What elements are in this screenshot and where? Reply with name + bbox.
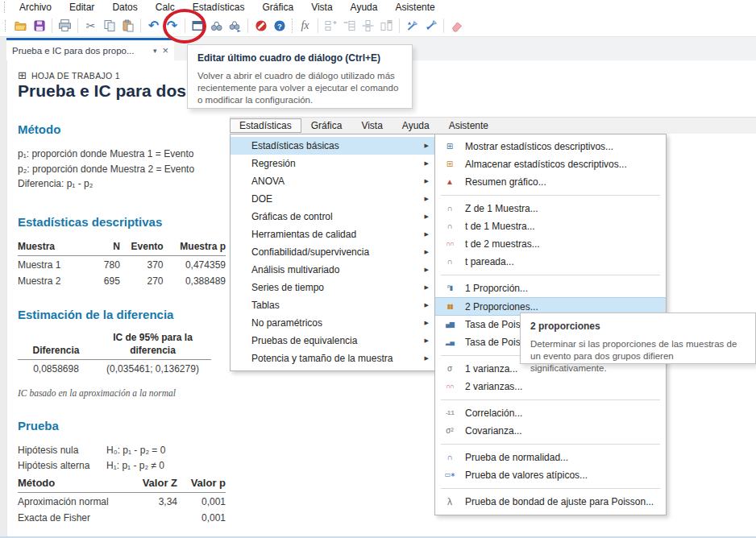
submenu-item-t-pareada[interactable]: ∩t pareada... xyxy=(435,253,666,271)
submenu-arrow-icon: ▶ xyxy=(425,213,429,220)
format-brush-up-button[interactable] xyxy=(403,16,422,35)
scissors-icon: ✂ xyxy=(86,20,96,31)
overlay-menu-asistente[interactable]: Asistente xyxy=(439,118,498,133)
dropdown-item-regresion[interactable]: Regresión▶ xyxy=(231,155,434,172)
delete-cells-button[interactable] xyxy=(340,16,359,35)
cell: 370 xyxy=(120,256,164,273)
submenu-item-mostrar-descriptivos[interactable]: ⊞Mostrar estadísticos descriptivos... xyxy=(435,138,666,155)
overlay-menu-vista[interactable]: Vista xyxy=(351,118,392,133)
menu-ayuda[interactable]: Ayuda xyxy=(342,1,387,14)
delete-cells-icon xyxy=(343,19,356,32)
menu-asistente[interactable]: Asistente xyxy=(386,1,443,14)
chevron-down-icon[interactable]: ▾ xyxy=(153,47,157,55)
submenu-item-1-proporcion[interactable]: ᴾ▮1 Proporción... xyxy=(435,279,666,297)
submenu-item-label: Resumen gráfico... xyxy=(465,176,546,188)
section-prueba: Prueba Hipótesis nula H₀: p₁ - p₂ = 0 Hi… xyxy=(18,419,232,525)
cell: 0,388489 xyxy=(164,272,226,288)
menu-datos[interactable]: Datos xyxy=(103,1,146,14)
menu-archivo[interactable]: Archivo xyxy=(10,1,60,14)
dropdown-item-series-tiempo[interactable]: Series de tiempo▶ xyxy=(231,279,434,296)
dropdown-item-tablas[interactable]: Tablas▶ xyxy=(231,296,434,314)
submenu-item-z-1-muestra[interactable]: ∩Z de 1 Muestra... xyxy=(435,200,666,217)
printer-icon xyxy=(58,19,72,32)
submenu-item-almacenar-descriptivos[interactable]: ⊞Almacenar estadísticos descriptivos... xyxy=(435,155,666,173)
submenu-item-2-varianzas[interactable]: ∩∩2 varianzas... xyxy=(435,378,666,395)
dropdown-item-anova[interactable]: ANOVA▶ xyxy=(231,172,434,190)
method-line: p₁: proporción donde Muestra 1 = Evento xyxy=(18,147,232,162)
section-heading: Método xyxy=(18,122,232,136)
dropdown-item-potencia-tamano[interactable]: Potencia y tamaño de la muestra▶ xyxy=(231,350,434,367)
insert-cells-button[interactable] xyxy=(322,16,340,35)
dropdown-item-confiabilidad[interactable]: Confiabilidad/supervivencia▶ xyxy=(231,243,434,261)
hypothesis-label: Hipótesis nula xyxy=(18,443,106,458)
edit-last-dialog-button[interactable] xyxy=(189,16,207,35)
insert-columns-button[interactable] xyxy=(377,16,396,35)
submenu-item-valores-atipicos[interactable]: ▭∗Prueba de valores atípicos... xyxy=(435,466,666,484)
toolbar: ✂ ↶ ↷ ? fx xyxy=(0,14,756,37)
menu-separator xyxy=(441,195,660,196)
save-button[interactable] xyxy=(30,16,48,35)
copy-button[interactable] xyxy=(100,16,118,35)
dropdown-item-graficas-control[interactable]: Gráficas de control▶ xyxy=(231,208,434,226)
insert-function-button[interactable]: fx xyxy=(296,16,314,35)
submenu-item-label: Z de 1 Muestra... xyxy=(465,203,538,214)
submenu-item-bondad-ajuste-poisson[interactable]: λPrueba de bondad de ajuste para Poisson… xyxy=(435,493,666,511)
estimation-table: IC de 95% para la Diferencia diferencia … xyxy=(18,332,211,376)
dropdown-item-no-parametricos[interactable]: No paramétricos▶ xyxy=(231,314,434,332)
undo-arrow-icon: ↶ xyxy=(148,19,159,32)
binoculars-icon xyxy=(210,19,223,32)
print-button[interactable] xyxy=(56,16,74,35)
window-left-edge xyxy=(0,37,6,538)
overlay-menu-grafica[interactable]: Gráfica xyxy=(301,118,352,133)
toolbar-separator xyxy=(140,19,141,33)
submenu-item-label: t de 2 muestras... xyxy=(465,238,540,250)
eraser-button[interactable] xyxy=(447,16,466,35)
cut-button[interactable]: ✂ xyxy=(81,16,100,35)
menu-vista[interactable]: Vista xyxy=(302,1,341,14)
method-line: p₂: proporción donde Muestra 2 = Evento xyxy=(18,162,232,177)
section-heading: Prueba xyxy=(18,419,232,432)
dropdown-item-herramientas-calidad[interactable]: Herramientas de calidad▶ xyxy=(231,226,434,243)
submenu-arrow-icon: ▶ xyxy=(425,196,429,202)
menu-editar[interactable]: Editar xyxy=(60,1,103,14)
dropdown-item-analisis-multivariado[interactable]: Análisis multivariado▶ xyxy=(231,261,434,279)
format-brush-down-button[interactable] xyxy=(422,16,440,35)
menu-estadisticas[interactable]: Estadísticas xyxy=(184,1,254,14)
dropdown-item-doe[interactable]: DOE▶ xyxy=(231,190,434,208)
column-header: Valor p xyxy=(177,475,226,493)
submenu-item-correlacion[interactable]: -1:1Correlación... xyxy=(435,404,666,422)
redo-button[interactable]: ↷ xyxy=(163,16,181,35)
submenu-item-covarianza[interactable]: σ²Covarianza... xyxy=(435,422,666,440)
submenu-item-t-1-muestra[interactable]: ∩t de 1 Muestra... xyxy=(435,217,666,235)
open-button[interactable] xyxy=(11,16,30,35)
close-icon[interactable]: × xyxy=(162,44,168,56)
method-line: Diferencia: p₁ - p₂ xyxy=(18,176,232,192)
tab-prueba-ic[interactable]: Prueba e IC para dos propo... ▾ × xyxy=(6,38,174,60)
insert-rows-button[interactable] xyxy=(359,16,377,35)
submenu-arrow-icon: ▶ xyxy=(425,284,429,291)
submenu-item-resumen-grafico[interactable]: ▲Resumen gráfico... xyxy=(435,173,666,191)
paste-button[interactable] xyxy=(118,16,137,35)
overlay-menu-estadisticas[interactable]: Estadísticas xyxy=(230,118,301,133)
fx-icon: fx xyxy=(301,19,309,32)
toolbar-tooltip: Editar último cuadro de diálogo (Ctrl+E)… xyxy=(187,44,413,109)
find-next-button[interactable] xyxy=(226,16,244,35)
column-header: diferencia xyxy=(94,343,211,360)
cancel-button[interactable] xyxy=(251,16,270,35)
submenu-item-prueba-normalidad[interactable]: ∩Prueba de normalidad... xyxy=(435,449,666,466)
menu-calc[interactable]: Calc xyxy=(147,1,184,14)
dropdown-item-estadisticas-basicas[interactable]: Estadísticas básicas▶ xyxy=(231,137,434,155)
overlay-menu-ayuda[interactable]: Ayuda xyxy=(393,118,439,133)
submenu-item-t-2-muestras[interactable]: ∩∩t de 2 muestras... xyxy=(435,235,666,253)
menu-grafica[interactable]: Gráfica xyxy=(253,1,302,14)
find-button[interactable] xyxy=(207,16,226,35)
help-button[interactable]: ? xyxy=(270,16,289,35)
undo-button[interactable]: ↶ xyxy=(144,16,163,35)
hypothesis-value: H₀: p₁ - p₂ = 0 xyxy=(106,443,165,458)
toolbar-separator xyxy=(399,19,400,33)
dropdown-item-pruebas-equivalencia[interactable]: Pruebas de equivalencia▶ xyxy=(231,332,434,350)
dropdown-item-label: Análisis multivariado xyxy=(251,264,339,275)
store-table-icon: ⊞ xyxy=(442,160,458,168)
paste-clipboard-icon xyxy=(122,19,135,32)
two-proportions-tooltip: 2 proporciones Determinar si las proporc… xyxy=(520,312,756,364)
